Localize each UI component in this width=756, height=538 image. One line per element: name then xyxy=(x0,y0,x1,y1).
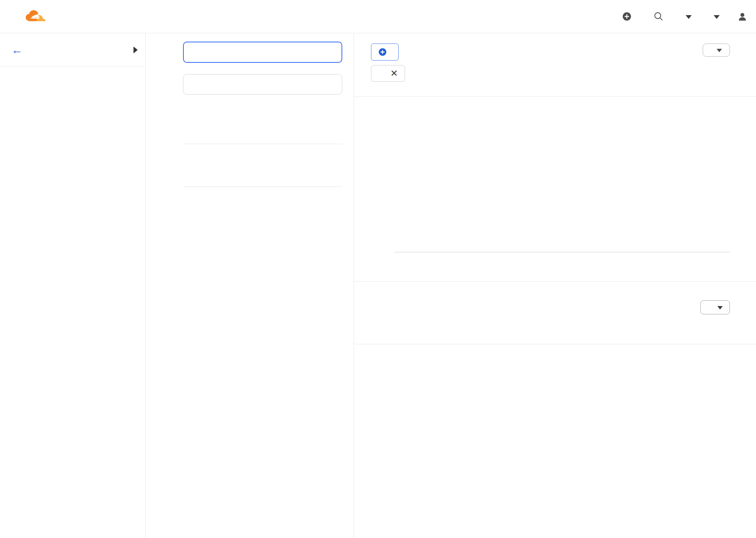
cache-status-stacked-bar xyxy=(371,145,730,162)
site-header: ← xyxy=(0,33,145,67)
chevron-down-icon xyxy=(686,15,692,19)
chevron-down-icon xyxy=(717,306,723,309)
toggle-knob xyxy=(315,163,327,175)
add-filter-button[interactable] xyxy=(371,44,399,61)
top-navigation xyxy=(622,11,748,22)
site-switcher-caret-icon[interactable] xyxy=(134,47,138,53)
requests-by-source-section xyxy=(354,281,756,337)
top-header xyxy=(0,0,756,33)
divider xyxy=(183,187,342,187)
cloudflare-dashboard: ← xyxy=(0,0,756,538)
sidebar: ← xyxy=(0,33,146,538)
support-menu[interactable] xyxy=(681,14,692,19)
search-icon[interactable] xyxy=(654,11,664,22)
data-transfer-card[interactable] xyxy=(183,74,342,95)
cloudflare-cloud-icon xyxy=(25,10,46,23)
divider xyxy=(183,144,342,144)
user-icon[interactable] xyxy=(737,11,748,22)
sidebar-nav xyxy=(0,67,145,74)
cache-status-chart xyxy=(371,191,730,267)
chevron-down-icon xyxy=(714,15,720,19)
requests-sparkline xyxy=(194,32,272,55)
requests-card[interactable] xyxy=(183,42,342,63)
items-count-dropdown[interactable] xyxy=(700,300,730,314)
back-arrow-icon[interactable]: ← xyxy=(11,44,23,56)
add-site-button[interactable] xyxy=(622,12,636,21)
remove-filter-icon[interactable]: ✕ xyxy=(390,69,398,78)
filter-bar: ✕ xyxy=(354,33,756,96)
time-range-dropdown[interactable] xyxy=(703,44,730,57)
main-content: ✕ xyxy=(354,33,756,538)
cloudflare-logo[interactable] xyxy=(14,10,46,23)
hosts-section xyxy=(354,344,756,356)
cache-status-section xyxy=(354,97,756,267)
development-mode-block: × xyxy=(183,153,342,177)
plus-circle-icon xyxy=(622,12,632,21)
summary-column: × xyxy=(146,33,354,538)
development-mode-toggle[interactable]: × xyxy=(313,162,340,177)
plus-circle-icon xyxy=(378,48,387,56)
toggle-off-x-icon: × xyxy=(331,164,336,174)
language-menu[interactable] xyxy=(709,14,720,19)
chart-plot-area xyxy=(394,193,730,252)
data-transfer-sparkline xyxy=(193,64,272,87)
filter-chip[interactable]: ✕ xyxy=(371,65,405,82)
chevron-down-icon xyxy=(717,49,722,52)
